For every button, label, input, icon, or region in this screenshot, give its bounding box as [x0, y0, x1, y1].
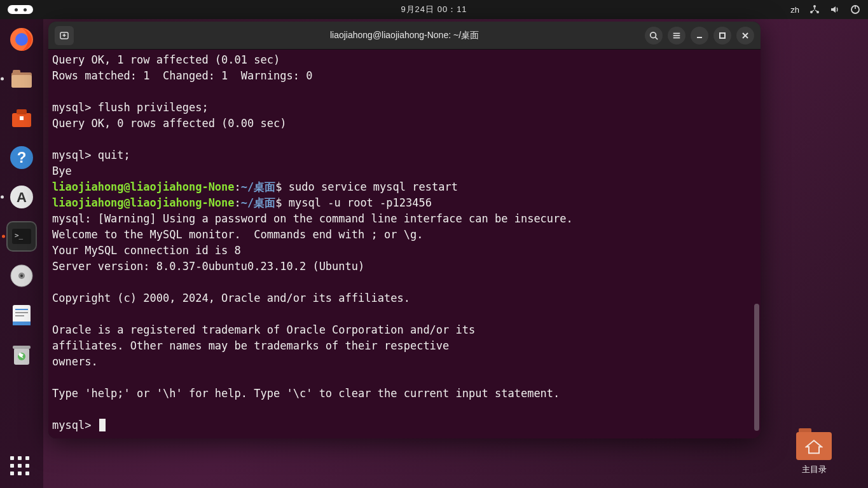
terminal-line: mysql: [Warning] Using a password on the… — [52, 212, 573, 225]
cursor — [99, 419, 106, 431]
terminal-line: owners. — [52, 355, 98, 368]
terminal-line: Server version: 8.0.37-0ubuntu0.23.10.2 … — [52, 260, 364, 273]
scrollbar-thumb[interactable] — [754, 304, 759, 431]
dock-app-files[interactable] — [6, 64, 37, 94]
command-text: sudo service mysql restart — [289, 180, 458, 193]
terminal-line: Oracle is a registered trademark of Orac… — [52, 323, 475, 336]
titlebar: liaojiahong@liaojiahong-None: ~/桌面 — [48, 22, 761, 50]
mysql-prompt: mysql> — [52, 419, 98, 431]
close-button[interactable] — [736, 27, 754, 44]
dock-app-trash[interactable] — [6, 339, 37, 370]
show-applications-button[interactable] — [10, 456, 33, 479]
terminal-window: liaojiahong@liaojiahong-None: ~/桌面 Query… — [48, 22, 761, 438]
terminal-line: mysql> quit; — [52, 149, 130, 161]
terminal-line: mysql> flush privileges; — [52, 101, 209, 114]
svg-point-6 — [15, 33, 28, 46]
terminal-line: affiliates. Other names may be trademark… — [52, 339, 449, 352]
top-panel: 9月24日 00：11 zh — [0, 0, 868, 19]
new-tab-button[interactable] — [55, 26, 74, 45]
svg-rect-9 — [13, 70, 20, 74]
svg-rect-29 — [13, 346, 31, 349]
svg-point-22 — [20, 274, 23, 277]
power-icon[interactable] — [850, 4, 860, 15]
svg-rect-24 — [15, 309, 28, 310]
dock-app-help[interactable]: ? — [6, 142, 37, 173]
window-title: liaojiahong@liaojiahong-None: ~/桌面 — [330, 30, 479, 41]
dock-app-text-editor[interactable] — [6, 300, 37, 330]
svg-rect-27 — [13, 322, 31, 325]
input-method-indicator[interactable]: zh — [790, 5, 799, 15]
command-text: mysql -u root -p123456 — [289, 196, 432, 209]
svg-rect-33 — [673, 32, 680, 34]
activities-pill[interactable] — [8, 5, 33, 14]
svg-rect-26 — [15, 315, 24, 316]
dock-app-firefox[interactable] — [6, 24, 37, 55]
dock-app-disc[interactable] — [6, 261, 37, 291]
terminal-line: Welcome to the MySQL monitor. Commands e… — [52, 228, 423, 241]
terminal-line: Copyright (c) 2000, 2024, Oracle and/or … — [52, 292, 410, 304]
svg-rect-34 — [673, 35, 680, 36]
terminal-body[interactable]: Query OK, 1 row affected (0.01 sec) Rows… — [48, 50, 761, 438]
terminal-line: Query OK, 1 row affected (0.01 sec) — [52, 53, 280, 66]
menu-button[interactable] — [668, 27, 685, 44]
dock: ? A >_ — [0, 19, 43, 488]
svg-rect-4 — [855, 5, 856, 9]
dock-app-terminal[interactable]: >_ — [6, 221, 37, 252]
svg-point-32 — [651, 32, 656, 37]
dock-app-software-store[interactable] — [6, 103, 37, 133]
svg-text:?: ? — [17, 149, 27, 166]
prompt-user-host: liaojiahong@liaojiahong-None — [52, 180, 235, 193]
system-tray: zh — [790, 4, 860, 15]
minimize-button[interactable] — [691, 27, 708, 44]
svg-rect-12 — [20, 116, 24, 120]
terminal-line: Query OK, 0 rows affected (0.00 sec) — [52, 117, 286, 130]
terminal-line: Your MySQL connection id is 8 — [52, 244, 241, 257]
svg-text:>_: >_ — [15, 231, 24, 240]
svg-rect-36 — [720, 33, 725, 38]
dock-app-software-updater[interactable]: A — [6, 182, 37, 212]
terminal-line: Bye — [52, 165, 72, 177]
svg-rect-25 — [15, 312, 28, 313]
svg-rect-8 — [11, 75, 32, 88]
desktop-home-folder[interactable]: 主目录 — [789, 432, 839, 475]
prompt-path: ~/桌面 — [241, 196, 275, 209]
prompt-path: ~/桌面 — [241, 180, 275, 193]
network-icon[interactable] — [809, 4, 820, 15]
clock[interactable]: 9月24日 00：11 — [401, 4, 467, 15]
volume-icon[interactable] — [830, 4, 840, 15]
prompt-user-host: liaojiahong@liaojiahong-None — [52, 196, 235, 209]
desktop-home-label: 主目录 — [789, 464, 839, 475]
search-button[interactable] — [645, 27, 663, 44]
svg-rect-11 — [17, 109, 27, 114]
terminal-line: Type 'help;' or '\h' for help. Type '\c'… — [52, 387, 560, 400]
maximize-button[interactable] — [713, 27, 731, 44]
terminal-line: Rows matched: 1 Changed: 1 Warnings: 0 — [52, 69, 312, 82]
svg-text:A: A — [17, 189, 27, 205]
svg-rect-35 — [673, 37, 680, 38]
svg-point-0 — [813, 5, 816, 8]
